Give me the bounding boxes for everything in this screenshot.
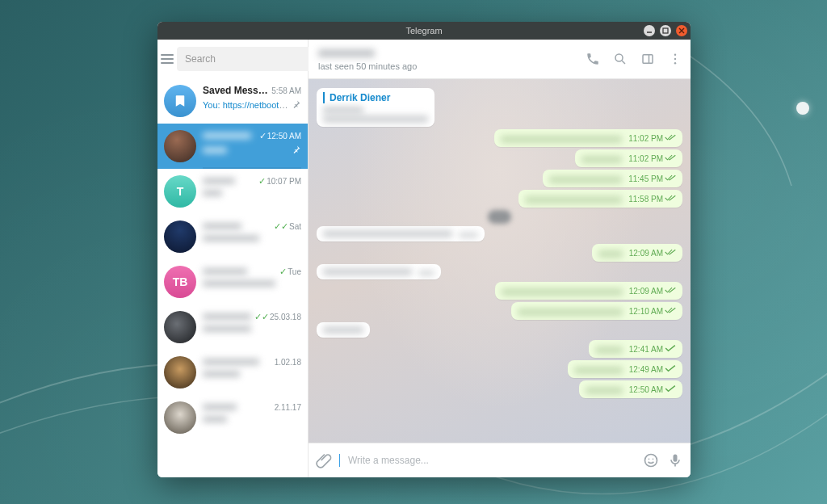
- avatar: [164, 311, 196, 343]
- message-input[interactable]: [346, 454, 636, 467]
- message-out[interactable]: 12:49 AM: [568, 360, 682, 378]
- svg-rect-2: [643, 55, 653, 64]
- message-in[interactable]: [317, 264, 441, 279]
- message-out[interactable]: 12:09 AM: [592, 244, 682, 262]
- chat-item-selected[interactable]: ✓12:50 AM: [157, 124, 308, 169]
- chat-preview: [203, 369, 301, 379]
- chat-name: [203, 311, 251, 322]
- panel-icon: [640, 52, 655, 66]
- message-out[interactable]: 12:50 AM: [579, 380, 682, 398]
- attach-button[interactable]: [315, 452, 333, 469]
- chat-name: [203, 356, 259, 368]
- double-check-icon: [665, 133, 676, 143]
- menu-button[interactable]: [161, 46, 174, 72]
- date-separator: [488, 210, 512, 224]
- smile-icon: [643, 452, 659, 468]
- double-check-icon: [665, 248, 676, 258]
- pin-icon: [292, 143, 301, 158]
- chat-name: [203, 130, 251, 141]
- chat-item[interactable]: 1.02.18: [157, 350, 308, 395]
- chat-preview: [203, 324, 301, 334]
- chat-preview: [203, 145, 288, 155]
- double-check-icon: [665, 153, 676, 163]
- forwarded-from: Derrik Diener: [323, 92, 390, 103]
- desktop-wallpaper: Telegram: [0, 0, 827, 504]
- search-icon: [613, 52, 628, 66]
- window-close-button[interactable]: [676, 25, 687, 36]
- message-in[interactable]: Derrik Diener: [317, 88, 434, 127]
- message-out[interactable]: 12:10 AM: [511, 302, 682, 320]
- chat-time: ✓10:07 PM: [258, 176, 301, 187]
- emoji-button[interactable]: [642, 452, 660, 469]
- svg-point-7: [649, 459, 650, 460]
- chat-panel: last seen 50 minutes ago: [309, 40, 691, 477]
- search-field[interactable]: [177, 47, 314, 71]
- avatar: [164, 356, 196, 388]
- chat-list: Saved Messages 5:58 AM You: https://netb…: [157, 78, 308, 477]
- chat-header: last seen 50 minutes ago: [309, 40, 691, 79]
- chat-item-saved-messages[interactable]: Saved Messages 5:58 AM You: https://netb…: [157, 78, 308, 124]
- hamburger-icon: [161, 54, 174, 64]
- double-check-icon: [665, 286, 676, 296]
- chat-item[interactable]: ✓✓25.03.18: [157, 304, 308, 350]
- chat-time: ✓✓25.03.18: [254, 312, 301, 322]
- voice-button[interactable]: [666, 452, 684, 469]
- svg-rect-9: [674, 455, 678, 462]
- check-icon: [665, 384, 676, 394]
- check-icon: [665, 344, 676, 354]
- avatar: T: [164, 175, 196, 208]
- chat-preview: [203, 414, 301, 424]
- message-out[interactable]: 11:45 PM: [543, 170, 682, 187]
- message-out[interactable]: 11:58 PM: [518, 190, 682, 208]
- chat-item[interactable]: ✓✓Sat: [157, 214, 308, 259]
- chat-header-name: [318, 48, 584, 60]
- avatar: [164, 130, 196, 162]
- window-titlebar[interactable]: Telegram: [157, 22, 691, 40]
- chat-item[interactable]: 2.11.17: [157, 395, 308, 440]
- message-out[interactable]: 12:09 AM: [495, 282, 682, 300]
- double-check-icon: [665, 306, 676, 316]
- svg-rect-0: [663, 28, 668, 33]
- microphone-icon: [667, 452, 683, 468]
- chat-time: 2.11.17: [275, 403, 301, 412]
- chat-item[interactable]: TB ✓Tue: [157, 259, 308, 304]
- message-in[interactable]: [317, 322, 370, 338]
- message-in[interactable]: [317, 226, 485, 242]
- svg-point-6: [645, 455, 657, 467]
- window-maximize-button[interactable]: [660, 25, 671, 36]
- window-minimize-button[interactable]: [644, 25, 655, 36]
- input-caret: [339, 454, 340, 467]
- svg-point-1: [615, 54, 623, 61]
- more-button[interactable]: [666, 50, 684, 68]
- chat-name: [203, 175, 235, 187]
- phone-icon: [586, 52, 600, 66]
- call-button[interactable]: [584, 50, 602, 68]
- message-out[interactable]: 11:02 PM: [575, 149, 682, 167]
- composer: [309, 443, 691, 477]
- message-out[interactable]: 11:02 PM: [494, 129, 682, 147]
- chat-name: [203, 220, 241, 232]
- kebab-icon: [668, 52, 682, 66]
- avatar: [164, 401, 196, 434]
- double-check-icon: [665, 174, 676, 183]
- search-input[interactable]: [183, 52, 308, 65]
- svg-point-8: [653, 459, 654, 460]
- search-in-chat-button[interactable]: [611, 50, 629, 68]
- sidebar: Saved Messages 5:58 AM You: https://netb…: [157, 40, 309, 477]
- avatar: [164, 220, 196, 253]
- window-title: Telegram: [157, 26, 691, 36]
- svg-point-5: [674, 62, 676, 64]
- pin-icon: [292, 98, 301, 112]
- chat-time: ✓12:50 AM: [259, 131, 301, 141]
- side-panel-button[interactable]: [639, 50, 657, 68]
- chat-preview: [203, 279, 301, 288]
- messages-area[interactable]: Derrik Diener 11:02 PM: [309, 79, 691, 443]
- avatar: TB: [164, 266, 196, 298]
- message-out[interactable]: 12:41 AM: [589, 340, 682, 358]
- chat-item[interactable]: T ✓10:07 PM: [157, 169, 308, 214]
- bookmark-icon: [173, 94, 187, 108]
- chat-name: Saved Messages: [203, 85, 268, 96]
- app-window: Telegram: [157, 22, 691, 477]
- chat-preview: [203, 233, 301, 243]
- svg-point-4: [674, 58, 676, 60]
